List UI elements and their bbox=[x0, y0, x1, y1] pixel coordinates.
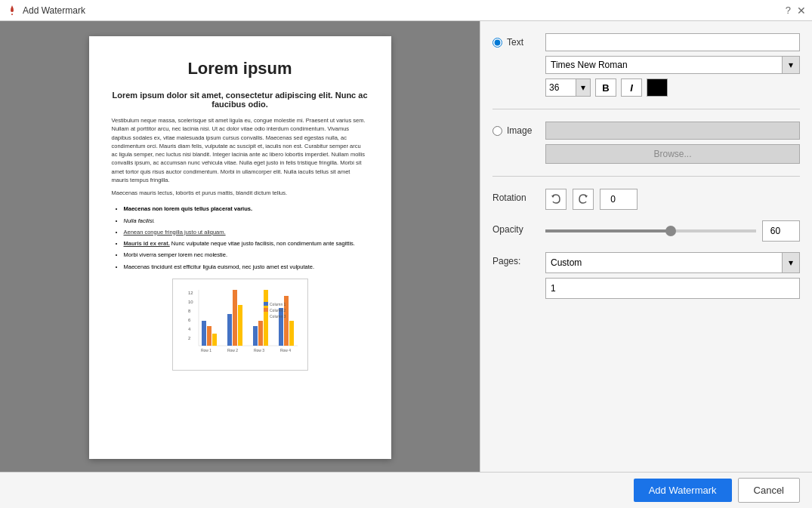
svg-rect-12 bbox=[227, 314, 232, 346]
opacity-label: Opacity bbox=[492, 220, 545, 235]
image-radio[interactable] bbox=[492, 126, 502, 136]
svg-text:Row 1: Row 1 bbox=[200, 348, 211, 353]
divider-1 bbox=[492, 109, 800, 109]
rotation-label: Rotation bbox=[492, 189, 545, 203]
svg-marker-31 bbox=[551, 196, 554, 198]
svg-rect-27 bbox=[264, 308, 268, 312]
opacity-row bbox=[545, 220, 800, 242]
svg-text:12: 12 bbox=[188, 291, 193, 295]
help-button[interactable]: ? bbox=[786, 5, 791, 16]
svg-text:Column 2: Column 2 bbox=[270, 308, 286, 312]
svg-rect-15 bbox=[253, 326, 258, 346]
image-controls: Browse... bbox=[545, 122, 800, 164]
title-bar: Add Watermark ? ✕ bbox=[0, 0, 812, 21]
svg-text:Column 3: Column 3 bbox=[270, 314, 286, 319]
text-radio[interactable] bbox=[492, 38, 502, 48]
rotate-ccw-button[interactable] bbox=[545, 189, 567, 210]
svg-rect-14 bbox=[238, 305, 242, 346]
opacity-controls bbox=[545, 220, 800, 242]
list-item: Nulla facilisi. bbox=[124, 217, 369, 225]
svg-marker-32 bbox=[585, 196, 588, 198]
text-controls: Times New Roman Arial Helvetica Verdana … bbox=[545, 33, 800, 97]
right-panel: Text Times New Roman Arial Helvetica Ver… bbox=[480, 21, 812, 472]
opacity-section: Opacity bbox=[492, 220, 800, 242]
list-item: Mauris id ex erat. Nunc vulputate neque … bbox=[124, 239, 369, 248]
app-icon bbox=[6, 5, 18, 17]
rotation-angle-input[interactable] bbox=[600, 189, 638, 210]
bold-button[interactable]: B bbox=[595, 79, 616, 97]
cancel-button[interactable]: Cancel bbox=[738, 478, 800, 503]
spacer bbox=[492, 309, 800, 460]
image-label: Image bbox=[507, 125, 532, 136]
color-picker[interactable] bbox=[647, 79, 668, 97]
list-item: Aenean congue fringilla justo ut aliquam… bbox=[124, 228, 369, 236]
opacity-slider[interactable] bbox=[545, 229, 756, 232]
chart-svg: 12 10 8 6 4 2 bbox=[181, 287, 301, 362]
rotate-cw-button[interactable] bbox=[573, 189, 594, 210]
doc-paragraph-1: Vestibulum neque massa, scelerisque sit … bbox=[112, 116, 369, 184]
title-bar-title: Add Watermark bbox=[23, 5, 85, 16]
svg-rect-20 bbox=[289, 321, 294, 346]
svg-text:4: 4 bbox=[188, 327, 191, 331]
opacity-value-input[interactable] bbox=[762, 220, 800, 242]
rotate-ccw-icon bbox=[550, 193, 562, 205]
image-section: Image Browse... bbox=[492, 122, 800, 164]
bottom-bar: Add Watermark Cancel bbox=[0, 472, 812, 508]
rotation-row bbox=[545, 189, 800, 210]
doc-list: Maecenas non lorem quis tellus placerat … bbox=[124, 205, 369, 271]
pages-select-wrapper: All Custom First Page Last Page ▾ bbox=[545, 252, 800, 273]
svg-text:6: 6 bbox=[188, 318, 191, 322]
svg-text:Column 1: Column 1 bbox=[270, 302, 286, 306]
title-bar-left: Add Watermark bbox=[6, 5, 85, 17]
svg-point-0 bbox=[11, 14, 13, 15]
svg-rect-29 bbox=[264, 314, 268, 318]
svg-text:10: 10 bbox=[188, 300, 193, 304]
text-radio-wrapper: Text bbox=[492, 33, 545, 48]
doc-body: Vestibulum neque massa, scelerisque sit … bbox=[112, 116, 369, 197]
browse-button: Browse... bbox=[545, 144, 800, 164]
preview-panel: Lorem ipsum Lorem ipsum dolor sit amet, … bbox=[0, 21, 480, 472]
svg-rect-11 bbox=[212, 334, 217, 346]
doc-paragraph-2: Maecenas mauris lectus, lobortis et puru… bbox=[112, 189, 369, 197]
text-section: Text Times New Roman Arial Helvetica Ver… bbox=[492, 33, 800, 97]
font-select-wrapper: Times New Roman Arial Helvetica Verdana … bbox=[545, 56, 800, 74]
divider-2 bbox=[492, 176, 800, 177]
image-path-display bbox=[545, 122, 800, 140]
chart-area: 12 10 8 6 4 2 bbox=[172, 279, 308, 371]
svg-rect-25 bbox=[264, 302, 268, 306]
font-size-select[interactable]: 8 10 12 14 16 18 24 36 48 72 bbox=[545, 79, 591, 97]
close-button[interactable]: ✕ bbox=[797, 5, 806, 17]
font-select[interactable]: Times New Roman Arial Helvetica Verdana … bbox=[545, 56, 800, 74]
pages-section: Pages: All Custom First Page Last Page ▾ bbox=[492, 252, 800, 299]
svg-rect-10 bbox=[207, 326, 211, 346]
list-item: Maecenas non lorem quis tellus placerat … bbox=[124, 205, 369, 213]
pages-select[interactable]: All Custom First Page Last Page bbox=[545, 252, 800, 273]
list-item: Maecenas tincidunt est efficitur ligula … bbox=[124, 263, 369, 271]
italic-button[interactable]: I bbox=[621, 79, 642, 97]
pages-custom-input[interactable] bbox=[545, 278, 800, 299]
image-radio-wrapper: Image bbox=[492, 122, 545, 136]
size-style-row: 8 10 12 14 16 18 24 36 48 72 ▾ bbox=[545, 79, 800, 97]
text-input[interactable] bbox=[545, 33, 800, 51]
text-label: Text bbox=[507, 37, 523, 48]
rotation-controls bbox=[545, 189, 800, 210]
svg-rect-9 bbox=[202, 321, 206, 346]
svg-rect-16 bbox=[258, 321, 263, 346]
font-row: Times New Roman Arial Helvetica Verdana … bbox=[545, 56, 800, 74]
svg-text:Row 4: Row 4 bbox=[279, 348, 290, 353]
size-select-wrapper: 8 10 12 14 16 18 24 36 48 72 ▾ bbox=[545, 79, 591, 97]
doc-title: Lorem ipsum bbox=[112, 59, 369, 79]
document-page: Lorem ipsum Lorem ipsum dolor sit amet, … bbox=[89, 36, 391, 459]
pages-label: Pages: bbox=[492, 252, 545, 266]
pages-controls: All Custom First Page Last Page ▾ bbox=[545, 252, 800, 299]
title-bar-controls: ? ✕ bbox=[786, 5, 806, 17]
rotate-cw-icon bbox=[577, 193, 589, 205]
add-watermark-button[interactable]: Add Watermark bbox=[634, 479, 732, 502]
doc-subtitle: Lorem ipsum dolor sit amet, consectetur … bbox=[112, 91, 369, 109]
svg-rect-13 bbox=[233, 290, 237, 346]
svg-text:2: 2 bbox=[188, 336, 191, 340]
list-item: Morbi viverra semper lorem nec molestie. bbox=[124, 251, 369, 259]
svg-text:8: 8 bbox=[188, 309, 191, 313]
svg-text:Row 3: Row 3 bbox=[253, 348, 264, 353]
rotation-section: Rotation bbox=[492, 189, 800, 210]
